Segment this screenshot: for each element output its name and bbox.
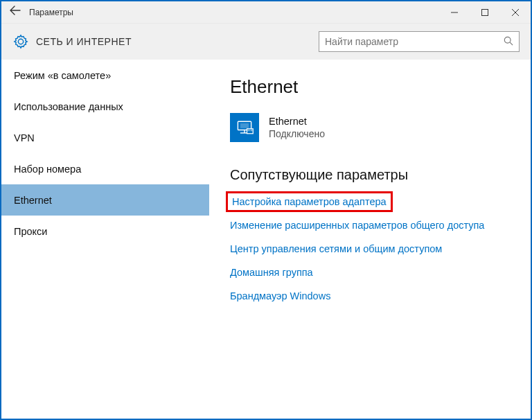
sidebar-item-label: Набор номера — [14, 164, 81, 175]
back-arrow-icon — [10, 5, 21, 16]
window-title: Параметры — [29, 8, 439, 17]
maximize-button[interactable] — [470, 1, 500, 24]
related-link-row: Настройка параметров адаптера — [230, 195, 514, 208]
related-link-1[interactable]: Изменение расширенных параметров общего … — [230, 220, 484, 231]
sidebar-item-3[interactable]: Набор номера — [1, 153, 209, 184]
connection-status: Подключено — [269, 128, 325, 139]
back-button[interactable] — [1, 5, 29, 19]
sidebar-item-0[interactable]: Режим «в самолете» — [1, 60, 209, 91]
sidebar-item-label: Использование данных — [14, 101, 123, 112]
svg-rect-1 — [482, 9, 488, 15]
search-icon — [504, 36, 513, 48]
category-title: СЕТЬ И ИНТЕРНЕТ — [36, 36, 319, 47]
sidebar-item-4[interactable]: Ethernet — [1, 184, 209, 216]
minimize-icon — [451, 9, 458, 16]
related-link-0[interactable]: Настройка параметров адаптера — [226, 191, 393, 212]
search-box[interactable] — [319, 31, 520, 52]
related-link-row: Изменение расширенных параметров общего … — [230, 219, 514, 231]
main-panel: Ethernet Ethernet Подключено Сопутст — [209, 60, 531, 419]
sidebar-item-1[interactable]: Использование данных — [1, 91, 209, 122]
page-heading: Ethernet — [230, 76, 514, 98]
sidebar-item-2[interactable]: VPN — [1, 122, 209, 153]
related-link-row: Брандмауэр Windows — [230, 290, 514, 302]
connection-name: Ethernet — [269, 116, 325, 127]
maximize-icon — [481, 9, 488, 16]
svg-line-3 — [510, 42, 513, 45]
close-button[interactable] — [500, 1, 531, 24]
sidebar-item-label: Ethernet — [14, 195, 52, 206]
svg-point-2 — [504, 37, 511, 43]
body: Режим «в самолете»Использование данныхVP… — [1, 60, 531, 419]
related-link-4[interactable]: Брандмауэр Windows — [230, 290, 330, 301]
sidebar-item-label: Режим «в самолете» — [14, 70, 111, 81]
related-link-2[interactable]: Центр управления сетями и общим доступом — [230, 243, 442, 254]
gear-icon — [12, 33, 29, 50]
sidebar: Режим «в самолете»Использование данныхVP… — [1, 60, 209, 419]
related-link-row: Домашняя группа — [230, 266, 514, 279]
sidebar-item-label: Прокси — [14, 226, 47, 237]
titlebar: Параметры — [1, 1, 531, 24]
connection-row[interactable]: Ethernet Подключено — [230, 113, 514, 142]
svg-rect-5 — [240, 123, 249, 128]
ethernet-icon — [230, 113, 259, 142]
search-input[interactable] — [325, 36, 504, 47]
related-heading: Сопутствующие параметры — [230, 167, 514, 183]
related-link-3[interactable]: Домашняя группа — [230, 267, 313, 278]
close-icon — [512, 9, 519, 16]
minimize-button[interactable] — [439, 1, 470, 24]
header: СЕТЬ И ИНТЕРНЕТ — [1, 24, 531, 60]
connection-text: Ethernet Подключено — [269, 116, 325, 139]
sidebar-item-label: VPN — [14, 132, 35, 143]
sidebar-item-5[interactable]: Прокси — [1, 216, 209, 247]
related-link-row: Центр управления сетями и общим доступом — [230, 243, 514, 255]
